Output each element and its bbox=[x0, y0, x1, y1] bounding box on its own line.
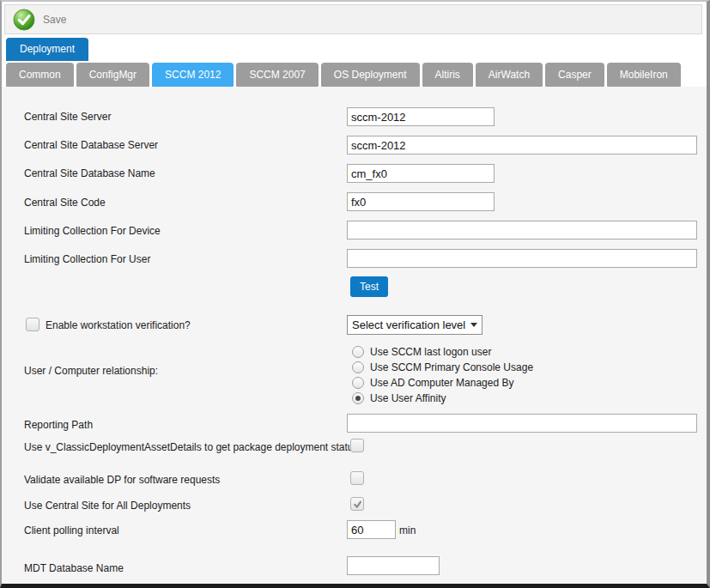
subtab-sccm-2012[interactable]: SCCM 2012 bbox=[152, 63, 234, 87]
test-button[interactable]: Test bbox=[350, 276, 388, 297]
subtab-os-deployment[interactable]: OS Deployment bbox=[321, 63, 420, 87]
radio-selected-icon bbox=[352, 392, 364, 404]
dropdown-arrow-icon bbox=[470, 323, 477, 327]
central-site-database-name-label: Central Site Database Name bbox=[24, 167, 155, 179]
limiting-collection-user-input[interactable] bbox=[347, 249, 697, 268]
use-v-classic-label: Use v_ClassicDeploymentAssetDetails to g… bbox=[24, 441, 359, 453]
subtab-configmgr[interactable]: ConfigMgr bbox=[76, 63, 149, 87]
radio-ad-computer-managed-by[interactable]: Use AD Computer Managed By bbox=[352, 376, 513, 389]
save-check-icon bbox=[13, 9, 35, 31]
subtab-bar: Common ConfigMgr SCCM 2012 SCCM 2007 OS … bbox=[6, 63, 681, 87]
use-central-site-all-label: Use Central Site for All Deployments bbox=[24, 500, 191, 512]
subtab-casper[interactable]: Casper bbox=[545, 63, 604, 87]
reporting-path-label: Reporting Path bbox=[24, 419, 93, 431]
limiting-collection-user-label: Limiting Collection For User bbox=[24, 253, 150, 265]
user-computer-relationship-label: User / Computer relationship: bbox=[24, 365, 158, 377]
use-v-classic-checkbox[interactable] bbox=[350, 439, 364, 452]
radio-sccm-last-logon-user[interactable]: Use SCCM last logon user bbox=[352, 345, 491, 358]
central-site-server-input[interactable] bbox=[347, 107, 495, 126]
subtab-airwatch[interactable]: AirWatch bbox=[476, 63, 543, 87]
tab-deployment[interactable]: Deployment bbox=[6, 38, 88, 61]
limiting-collection-device-label: Limiting Collection For Device bbox=[24, 225, 161, 237]
enable-workstation-verification-label: Enable workstation verification? bbox=[46, 319, 191, 331]
verification-level-select[interactable]: Select verification level bbox=[347, 315, 482, 335]
check-icon bbox=[353, 500, 362, 509]
client-polling-interval-label: Client polling interval bbox=[24, 524, 119, 536]
use-central-site-all-checkbox[interactable] bbox=[350, 497, 364, 511]
toolbar: Save bbox=[4, 4, 702, 34]
client-polling-interval-input[interactable] bbox=[347, 520, 396, 539]
validate-dp-label: Validate available DP for software reque… bbox=[24, 474, 220, 486]
reporting-path-input[interactable] bbox=[347, 414, 697, 433]
radio-icon bbox=[352, 346, 364, 358]
subtab-common[interactable]: Common bbox=[6, 63, 74, 87]
settings-window: Save Deployment Common ConfigMgr SCCM 20… bbox=[0, 0, 710, 588]
central-site-code-input[interactable] bbox=[347, 192, 495, 211]
subtab-altiris[interactable]: Altiris bbox=[422, 63, 473, 87]
central-site-server-label: Central Site Server bbox=[24, 111, 111, 123]
save-button-label: Save bbox=[43, 14, 66, 26]
radio-sccm-primary-console-usage[interactable]: Use SCCM Primary Console Usage bbox=[352, 361, 533, 373]
central-site-database-server-label: Central Site Database Server bbox=[24, 139, 158, 151]
mdt-database-name-input[interactable] bbox=[347, 556, 440, 575]
validate-dp-checkbox[interactable] bbox=[350, 471, 364, 485]
mdt-database-name-label: MDT Database Name bbox=[24, 562, 124, 574]
limiting-collection-device-input[interactable] bbox=[347, 221, 697, 239]
radio-icon bbox=[352, 361, 364, 373]
central-site-code-label: Central Site Code bbox=[24, 197, 106, 209]
subtab-mobileiron[interactable]: MobileIron bbox=[607, 63, 681, 87]
central-site-database-server-input[interactable] bbox=[347, 136, 697, 155]
central-site-database-name-input[interactable] bbox=[347, 164, 495, 183]
save-button[interactable]: Save bbox=[13, 9, 66, 31]
radio-icon bbox=[352, 377, 364, 389]
client-polling-interval-unit: min bbox=[399, 524, 416, 536]
enable-workstation-verification-checkbox[interactable] bbox=[26, 318, 39, 331]
radio-use-user-affinity[interactable]: Use User Affinity bbox=[352, 391, 446, 404]
verification-level-selected: Select verification level bbox=[352, 318, 467, 331]
subtab-sccm-2007[interactable]: SCCM 2007 bbox=[236, 63, 318, 87]
